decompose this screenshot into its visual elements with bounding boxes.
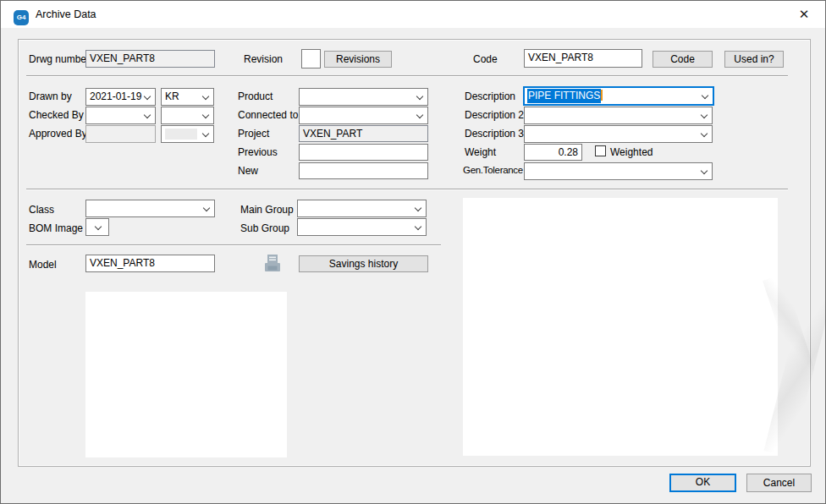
description3-combo[interactable] bbox=[524, 125, 713, 143]
chevron-down-icon bbox=[701, 129, 708, 136]
window-title: Archive Data bbox=[36, 8, 96, 20]
description2-label: Description 2 bbox=[465, 109, 524, 121]
chevron-down-icon bbox=[95, 222, 102, 229]
gen-tolerance-combo[interactable] bbox=[524, 162, 713, 180]
description3-label: Description 3 bbox=[465, 128, 524, 140]
weighted-checkbox[interactable] bbox=[595, 145, 606, 156]
gen-tolerance-label: Gen.Tolerance bbox=[463, 165, 523, 175]
class-combo[interactable] bbox=[85, 200, 215, 217]
drwg-number-field: VXEN_PART8 bbox=[85, 50, 215, 68]
drawn-by-initials-combo[interactable]: KR bbox=[161, 88, 214, 106]
chevron-down-icon bbox=[701, 111, 708, 118]
sub-group-combo[interactable] bbox=[297, 218, 427, 236]
printer-icon[interactable] bbox=[263, 254, 282, 277]
separator bbox=[26, 244, 441, 245]
weight-field[interactable]: 0.28 bbox=[524, 144, 582, 161]
used-in-button[interactable]: Used in? bbox=[724, 51, 784, 68]
drwg-number-label: Drwg number bbox=[29, 53, 90, 65]
revisions-button[interactable]: Revisions bbox=[324, 51, 392, 68]
project-label: Project bbox=[238, 128, 269, 140]
chevron-down-icon bbox=[202, 92, 209, 99]
code-label: Code bbox=[473, 53, 498, 65]
chevron-down-icon bbox=[144, 111, 151, 118]
close-icon[interactable]: ✕ bbox=[788, 1, 820, 28]
product-label: Product bbox=[238, 90, 273, 102]
previous-field[interactable] bbox=[299, 144, 428, 161]
checked-by-label: Checked By bbox=[29, 109, 84, 121]
bom-image-combo[interactable] bbox=[85, 218, 109, 236]
code-field[interactable]: VXEN_PART8 bbox=[524, 49, 642, 68]
chevron-down-icon bbox=[415, 222, 421, 229]
savings-history-button[interactable]: Savings history bbox=[299, 255, 428, 272]
chevron-down-icon bbox=[203, 204, 210, 211]
project-field: VXEN_PART bbox=[299, 125, 428, 142]
new-field[interactable] bbox=[299, 162, 428, 179]
cancel-button[interactable]: Cancel bbox=[746, 474, 812, 492]
description-combo[interactable]: PIPE FITTINGS bbox=[523, 86, 714, 106]
approved-by-date-field bbox=[85, 125, 156, 143]
model-field[interactable]: VXEN_PART8 bbox=[85, 255, 215, 272]
main-group-combo[interactable] bbox=[297, 200, 427, 217]
checked-by-date-combo[interactable] bbox=[85, 107, 156, 124]
weight-label: Weight bbox=[465, 146, 496, 158]
text-caret bbox=[601, 90, 603, 101]
main-group-label: Main Group bbox=[240, 204, 294, 216]
product-combo[interactable] bbox=[299, 88, 428, 106]
previous-label: Previous bbox=[238, 146, 278, 158]
drawn-by-date-value: 2021-01-19 bbox=[90, 90, 141, 102]
chevron-down-icon bbox=[144, 92, 151, 99]
approved-by-initials-combo[interactable] bbox=[161, 125, 214, 143]
approved-by-label: Approved By bbox=[29, 128, 87, 140]
g4-app-icon: G4 bbox=[14, 10, 29, 25]
revision-field[interactable] bbox=[301, 49, 321, 68]
separator bbox=[26, 75, 788, 76]
checked-by-initials-combo[interactable] bbox=[161, 107, 214, 124]
connected-to-combo[interactable] bbox=[299, 107, 428, 124]
drawn-by-label: Drawn by bbox=[29, 90, 72, 102]
archive-data-dialog: G4 Archive Data ✕ Drwg number VXEN_PART8… bbox=[0, 0, 826, 504]
separator bbox=[26, 189, 788, 189]
chevron-down-icon bbox=[202, 129, 209, 136]
drawn-by-date-combo[interactable]: 2021-01-19 bbox=[85, 88, 156, 106]
weighted-label: Weighted bbox=[610, 146, 653, 158]
description-label: Description bbox=[465, 90, 515, 102]
model-preview-panel bbox=[85, 292, 287, 457]
new-label: New bbox=[238, 165, 258, 177]
disabled-edit-area bbox=[165, 129, 197, 140]
revision-label: Revision bbox=[244, 53, 283, 65]
chevron-down-icon bbox=[702, 91, 708, 98]
code-button[interactable]: Code bbox=[653, 51, 713, 68]
chevron-down-icon bbox=[202, 111, 209, 118]
part-preview-panel bbox=[463, 198, 778, 456]
bom-image-label: BOM Image bbox=[29, 222, 83, 234]
chevron-down-icon bbox=[701, 167, 708, 173]
description2-combo[interactable] bbox=[524, 107, 713, 124]
model-label: Model bbox=[29, 259, 57, 271]
chevron-down-icon bbox=[416, 92, 423, 99]
sub-group-label: Sub Group bbox=[240, 222, 289, 234]
ok-button[interactable]: OK bbox=[669, 474, 736, 492]
drawn-by-initials-value: KR bbox=[165, 90, 179, 102]
class-label: Class bbox=[29, 204, 54, 216]
description-selected-text: PIPE FITTINGS bbox=[527, 89, 601, 103]
title-bar: G4 Archive Data ✕ bbox=[1, 1, 825, 28]
chevron-down-icon bbox=[415, 204, 421, 211]
chevron-down-icon bbox=[416, 111, 423, 118]
connected-to-label: Connected to bbox=[238, 109, 298, 121]
